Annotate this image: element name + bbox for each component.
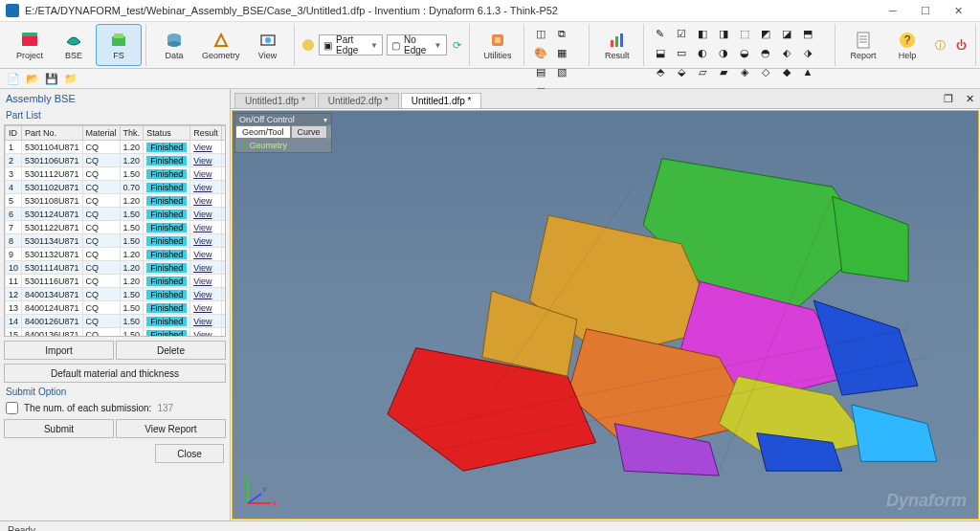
table-row[interactable]: 35301112U871CQ1.50FinishedView★ [6, 167, 227, 181]
col-material[interactable]: Material [82, 126, 120, 141]
tool-icon[interactable]: ◓ [755, 43, 776, 62]
view-result-link[interactable]: View [193, 250, 212, 259]
star-icon[interactable]: ★ [225, 249, 226, 259]
table-row[interactable]: 75301122U871CQ1.50FinishedView★ [6, 221, 227, 234]
star-icon[interactable]: ★ [225, 302, 226, 313]
view-result-link[interactable]: View [193, 183, 212, 192]
tool-icon[interactable]: ⬙ [671, 62, 692, 81]
view-result-link[interactable]: View [193, 277, 212, 286]
table-row[interactable]: 148400126U871CQ1.50FinishedView★ [6, 315, 227, 328]
num-each-checkbox[interactable] [6, 402, 18, 414]
star-icon[interactable]: ★ [225, 168, 226, 179]
report-button[interactable]: Report [841, 24, 885, 66]
view-result-link[interactable]: View [193, 210, 212, 219]
view-result-link[interactable]: View [193, 236, 212, 246]
document-tab[interactable]: Untitled1.dfp * [234, 93, 316, 108]
minimize-button[interactable]: ─ [877, 2, 909, 19]
overlay-pin-icon[interactable]: ▾ [323, 116, 327, 124]
overlay-tree-item[interactable]: Geometry [249, 141, 287, 150]
maximize-button[interactable]: ☐ [909, 2, 942, 19]
tabs-close-icon[interactable]: ✕ [959, 89, 980, 108]
icon-check[interactable]: ▧ [551, 62, 572, 81]
submit-button[interactable]: Submit [4, 419, 114, 438]
document-tab[interactable]: Untitled1.dfp * [401, 93, 482, 108]
folder-icon[interactable]: 📁 [63, 71, 78, 86]
tool-icon[interactable]: ◑ [713, 43, 734, 62]
table-row[interactable]: 128400134U871CQ1.50FinishedView★ [6, 288, 227, 301]
star-icon[interactable]: ★ [225, 235, 226, 246]
new-file-icon[interactable]: 📄 [6, 71, 21, 86]
table-row[interactable]: 158400136U871CQ1.50FinishedView★ [6, 328, 227, 338]
tool-icon[interactable]: ⬘ [650, 62, 671, 81]
table-row[interactable]: 55301108U871CQ1.20FinishedView★ [6, 194, 227, 208]
table-row[interactable]: 85301134U871CQ1.50FinishedView★ [6, 234, 227, 248]
utilities-button[interactable]: Utilities [476, 24, 520, 66]
overlay-tab-curve[interactable]: Curve [291, 125, 327, 139]
view-result-link[interactable]: View [193, 263, 212, 273]
tool-icon[interactable]: ◐ [692, 43, 713, 62]
view-result-link[interactable]: View [193, 317, 212, 326]
view-result-link[interactable]: View [193, 303, 212, 313]
tool-icon[interactable]: ▱ [692, 62, 713, 81]
tool-icon[interactable]: ▲ [797, 62, 818, 81]
icon-mirror[interactable]: ⧉ [551, 24, 572, 43]
tool-icon[interactable]: ▭ [671, 43, 692, 62]
view-result-link[interactable]: View [193, 169, 212, 179]
overlay-tab-geom[interactable]: Geom/Tool [235, 125, 291, 139]
data-button[interactable]: Data [152, 24, 196, 66]
view-result-link[interactable]: View [193, 196, 212, 206]
edge-mode-select[interactable]: ▣ Part Edge▼ [319, 34, 383, 55]
tool-icon[interactable]: ◪ [776, 24, 797, 43]
col-id[interactable]: ID [6, 126, 22, 141]
import-button[interactable]: Import [4, 341, 114, 360]
info-icon[interactable]: ⓘ [929, 35, 950, 55]
onoff-control-overlay[interactable]: On/Off Control ▾ Geom/Tool Curve ●Geomet… [234, 113, 332, 153]
table-row[interactable]: 65301124U871CQ1.50FinishedView★ [6, 208, 227, 221]
star-icon[interactable]: ★ [225, 155, 226, 166]
star-icon[interactable]: ★ [225, 276, 226, 286]
close-window-button[interactable]: ✕ [942, 2, 974, 19]
star-icon[interactable]: ★ [225, 195, 226, 206]
star-icon[interactable]: ★ [225, 262, 226, 273]
tool-icon[interactable]: ◩ [755, 24, 776, 43]
close-panel-button[interactable]: Close [155, 444, 224, 463]
star-icon[interactable]: ★ [225, 329, 226, 337]
col-result[interactable]: Result [190, 126, 222, 141]
viewport-canvas[interactable]: On/Off Control ▾ Geom/Tool Curve ●Geomet… [232, 110, 979, 520]
open-file-icon[interactable]: 📂 [25, 71, 40, 86]
star-icon[interactable]: ★ [225, 142, 226, 152]
view-result-link[interactable]: View [193, 290, 212, 299]
col-thk[interactable]: Thk. [120, 126, 144, 141]
document-tab[interactable]: Untitled2.dfp * [318, 93, 399, 108]
icon-align[interactable]: ◫ [530, 24, 551, 43]
icon-palette[interactable]: 🎨 [530, 43, 551, 62]
no-edge-select[interactable]: ▢ No Edge▼ [387, 34, 447, 55]
tool-icon[interactable]: ⬚ [734, 24, 755, 43]
col-partno[interactable]: Part No. [22, 126, 83, 141]
tool-icon[interactable]: ◆ [776, 62, 797, 81]
icon-layers[interactable]: ▦ [551, 43, 572, 62]
save-icon[interactable]: 💾 [44, 71, 59, 86]
view-result-link[interactable]: View [193, 330, 212, 338]
star-icon[interactable]: ★ [225, 316, 226, 326]
geometry-button[interactable]: Geometry [196, 24, 246, 66]
part-list-table[interactable]: ID Part No. Material Thk. Status Result … [4, 124, 226, 337]
tool-icon[interactable]: ⬓ [650, 43, 671, 62]
view-result-link[interactable]: View [193, 143, 212, 152]
tool-icon[interactable]: ⬒ [797, 24, 818, 43]
table-row[interactable]: 45301102U871CQ0.70FinishedView★ [6, 181, 227, 194]
bse-button[interactable]: BSE [52, 24, 96, 66]
table-row[interactable]: 95301132U871CQ1.20FinishedView★ [6, 248, 227, 261]
default-material-button[interactable]: Default material and thickness [4, 364, 226, 383]
col-status[interactable]: Status [144, 126, 190, 141]
tool-icon[interactable]: ▰ [713, 62, 734, 81]
tabs-restore-icon[interactable]: ❐ [938, 89, 959, 108]
table-row[interactable]: 25301106U871CQ1.20FinishedView★ [6, 154, 227, 167]
refresh-icon[interactable]: ⟳ [449, 35, 466, 55]
tool-icon[interactable]: ◧ [692, 24, 713, 43]
result-button[interactable]: Result [595, 24, 639, 66]
view-result-link[interactable]: View [193, 156, 212, 166]
tool-icon[interactable]: ✎ [650, 24, 671, 43]
tool-icon[interactable]: ◇ [755, 62, 776, 81]
tool-icon[interactable]: ⬗ [797, 43, 818, 62]
